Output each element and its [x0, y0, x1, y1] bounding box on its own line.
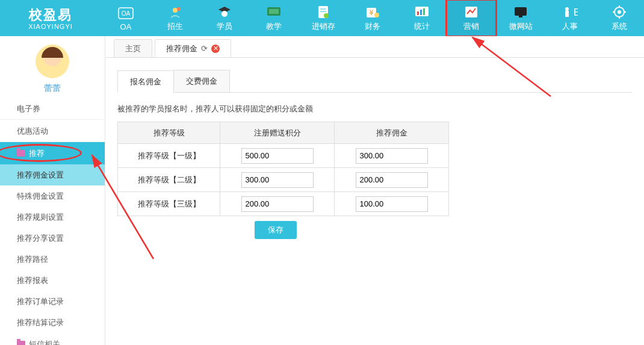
sidebar-sub-path[interactable]: 推荐路径 — [0, 249, 105, 270]
description: 被推荐的学员报名时，推荐人可以获得固定的积分或金额 — [117, 104, 632, 114]
sidebar-sub-report[interactable]: 推荐报表 — [0, 270, 105, 291]
top-nav: OA OA 招生 学员 教学 进销存 ¥ 财务 统计 营销 — [101, 0, 644, 36]
nav-finance[interactable]: ¥ 财务 — [348, 0, 397, 36]
input-commission-2[interactable] — [356, 172, 428, 188]
nav-marketing[interactable]: 营销 — [447, 0, 496, 36]
nav-system[interactable]: 系统 — [595, 0, 644, 36]
nav-teaching[interactable]: 教学 — [249, 0, 299, 36]
input-points-1[interactable] — [241, 148, 314, 164]
sidebar-sub-share[interactable]: 推荐分享设置 — [0, 228, 105, 249]
svg-text:¥: ¥ — [369, 8, 374, 17]
inventory-icon — [315, 4, 332, 20]
table-row: 推荐等级【二级】 — [118, 168, 449, 192]
input-points-3[interactable] — [241, 196, 314, 212]
svg-rect-16 — [417, 11, 419, 15]
sidebar-sub-rules[interactable]: 推荐规则设置 — [0, 207, 105, 228]
subtabs: 报名佣金 交费佣金 — [117, 70, 632, 93]
nav-microsite[interactable]: 微网站 — [496, 0, 545, 36]
svg-point-5 — [221, 11, 228, 17]
content: 主页 推荐佣金 ⟳ ✕ 报名佣金 交费佣金 被推荐的学员报名时，推荐人可以获得固… — [105, 36, 644, 345]
tab-home[interactable]: 主页 — [114, 39, 152, 57]
nav-inventory[interactable]: 进销存 — [299, 0, 348, 36]
marketing-icon — [463, 4, 480, 20]
svg-text:E: E — [574, 7, 578, 17]
svg-rect-17 — [420, 10, 422, 15]
hr-icon: E — [562, 4, 578, 20]
logo-en: XIAOYINGYI — [28, 23, 73, 30]
input-commission-1[interactable] — [356, 148, 428, 164]
sidebar-sub-orders[interactable]: 推荐订单记录 — [0, 291, 105, 312]
subtab-signup[interactable]: 报名佣金 — [117, 70, 174, 93]
student-icon — [216, 4, 233, 20]
microsite-icon — [512, 4, 529, 20]
sidebar-sub-commission[interactable]: 推荐佣金设置 — [0, 164, 105, 185]
svg-rect-18 — [423, 8, 425, 15]
th-commission: 推荐佣金 — [335, 122, 449, 144]
svg-point-3 — [177, 7, 181, 11]
svg-rect-20 — [515, 7, 527, 16]
sidebar-sub-special[interactable]: 特殊佣金设置 — [0, 185, 105, 207]
th-points: 注册赠送积分 — [220, 122, 335, 144]
input-points-2[interactable] — [241, 172, 314, 188]
system-icon — [611, 4, 628, 20]
nav-student[interactable]: 学员 — [200, 0, 249, 36]
svg-rect-7 — [269, 9, 279, 14]
table-row: 推荐等级【一级】 — [118, 144, 449, 168]
teaching-icon — [265, 4, 282, 20]
subtab-payment[interactable]: 交费佣金 — [173, 70, 230, 92]
sidebar-group-recommend[interactable]: 推荐 — [0, 142, 105, 164]
svg-point-14 — [374, 13, 379, 17]
svg-point-22 — [565, 7, 569, 11]
svg-point-26 — [618, 10, 621, 14]
folder-icon — [17, 341, 25, 345]
table-row: 推荐等级【三级】 — [118, 192, 449, 216]
sidebar-group-sms[interactable]: 短信相关 — [0, 333, 105, 345]
sidebar: 蕾蕾 电子券 优惠活动 推荐 推荐佣金设置 特殊佣金设置 推荐规则设置 推荐分享… — [0, 36, 105, 345]
sidebar-sub-settle[interactable]: 推荐结算记录 — [0, 312, 105, 333]
page-tabs: 主页 推荐佣金 ⟳ ✕ — [105, 36, 644, 58]
folder-icon — [17, 150, 25, 157]
cell-level-1: 推荐等级【一级】 — [118, 144, 220, 168]
cell-level-3: 推荐等级【三级】 — [118, 192, 220, 216]
sidebar-item-promo[interactable]: 优惠活动 — [0, 120, 105, 142]
refresh-icon[interactable]: ⟳ — [201, 40, 208, 58]
input-commission-3[interactable] — [356, 196, 428, 212]
nav-hr[interactable]: E 人事 — [545, 0, 595, 36]
svg-rect-23 — [565, 11, 569, 17]
logo-cn: 校盈易 — [29, 6, 72, 24]
username[interactable]: 蕾蕾 — [44, 83, 61, 94]
tab-commission[interactable]: 推荐佣金 ⟳ ✕ — [155, 39, 231, 57]
cell-level-2: 推荐等级【二级】 — [118, 168, 220, 192]
svg-point-11 — [324, 13, 329, 18]
commission-table: 推荐等级 注册赠送积分 推荐佣金 推荐等级【一级】 推荐等级【二级】 推荐等级【… — [117, 122, 449, 216]
close-icon[interactable]: ✕ — [211, 45, 220, 53]
stats-icon — [413, 4, 430, 20]
nav-recruit[interactable]: 招生 — [150, 0, 200, 36]
sidebar-item-ecoupon[interactable]: 电子券 — [0, 98, 105, 120]
nav-oa[interactable]: OA OA — [101, 0, 150, 36]
finance-icon: ¥ — [364, 4, 381, 20]
save-button[interactable]: 保存 — [255, 221, 297, 239]
avatar[interactable] — [36, 45, 69, 78]
nav-stats[interactable]: 统计 — [397, 0, 447, 36]
th-level: 推荐等级 — [118, 122, 220, 144]
svg-point-2 — [173, 8, 178, 13]
recruit-icon — [167, 4, 184, 20]
logo: 校盈易 XIAOYINGYI — [0, 0, 101, 36]
svg-text:OA: OA — [122, 10, 131, 17]
oa-icon: OA — [117, 5, 134, 21]
svg-rect-21 — [519, 16, 522, 17]
